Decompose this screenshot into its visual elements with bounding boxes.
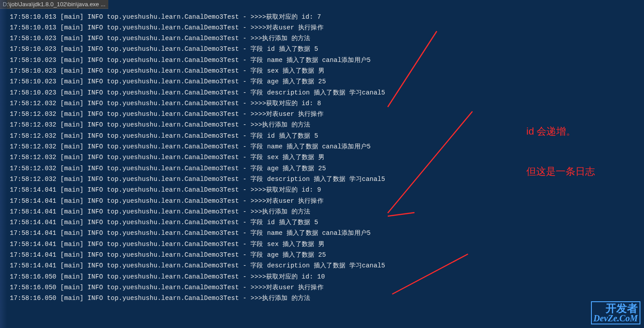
left-gutter — [0, 0, 7, 328]
title-text: D:\job\Java\jdk1.8.0_102\bin\java.exe ..… — [3, 1, 106, 8]
log-line: 17:58:14.041 [main] INFO top.yueshushu.l… — [10, 239, 635, 250]
watermark-line1: 开发者 — [594, 303, 638, 314]
log-line: 17:58:14.041 [main] INFO top.yueshushu.l… — [10, 206, 635, 217]
annotation-overlay: id 会递增。 但这是一条日志 — [526, 125, 595, 205]
window-title-bar: D:\job\Java\jdk1.8.0_102\bin\java.exe ..… — [0, 0, 108, 9]
log-line: 17:58:14.041 [main] INFO top.yueshushu.l… — [10, 261, 635, 271]
watermark-line2: DevZe.CoM — [594, 314, 638, 323]
log-line: 17:58:10.023 [main] INFO top.yueshushu.l… — [10, 55, 635, 66]
log-line: 17:58:10.023 [main] INFO top.yueshushu.l… — [10, 66, 635, 76]
log-line: 17:58:14.041 [main] INFO top.yueshushu.l… — [10, 217, 635, 228]
log-line: 17:58:16.050 [main] INFO top.yueshushu.l… — [10, 271, 635, 282]
log-line: 17:58:10.013 [main] INFO top.yueshushu.l… — [10, 12, 635, 22]
log-line: 17:58:16.050 [main] INFO top.yueshushu.l… — [10, 293, 635, 304]
log-line: 17:58:16.050 [main] INFO top.yueshushu.l… — [10, 282, 635, 293]
log-line: 17:58:14.041 [main] INFO top.yueshushu.l… — [10, 228, 635, 239]
log-line: 17:58:10.023 [main] INFO top.yueshushu.l… — [10, 33, 635, 44]
log-line: 17:58:10.013 [main] INFO top.yueshushu.l… — [10, 22, 635, 33]
log-line: 17:58:14.041 [main] INFO top.yueshushu.l… — [10, 250, 635, 261]
annotation-text-1: id 会递增。 — [526, 125, 595, 138]
log-line: 17:58:10.023 [main] INFO top.yueshushu.l… — [10, 44, 635, 55]
log-line: 17:58:12.032 [main] INFO top.yueshushu.l… — [10, 98, 635, 109]
log-line: 17:58:12.032 [main] INFO top.yueshushu.l… — [10, 109, 635, 120]
log-line: 17:58:10.023 [main] INFO top.yueshushu.l… — [10, 77, 635, 87]
log-line: 17:58:10.023 [main] INFO top.yueshushu.l… — [10, 87, 635, 98]
annotation-text-2: 但这是一条日志 — [526, 165, 595, 178]
watermark: 开发者 DevZe.CoM — [591, 301, 640, 324]
